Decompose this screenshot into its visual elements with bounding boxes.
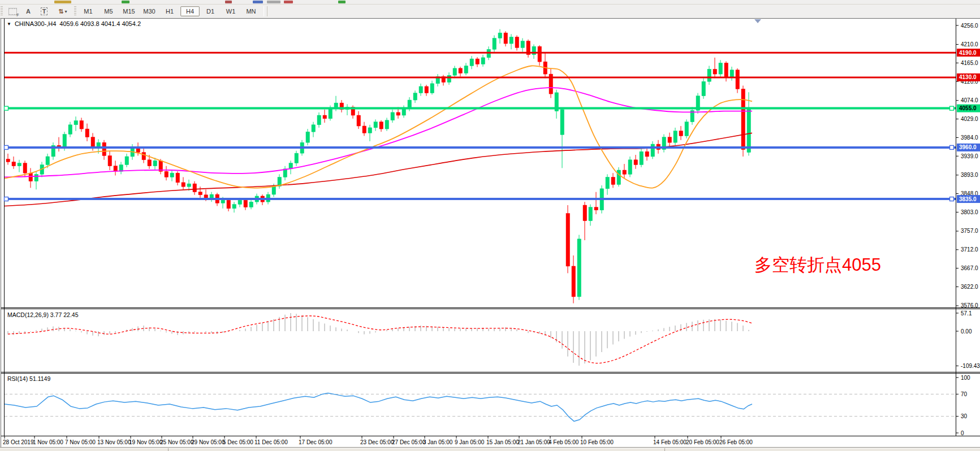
svg-text:3893.0: 3893.0	[961, 172, 978, 178]
chevron-down-icon[interactable]: ▼	[7, 21, 11, 27]
chart-window: ▼ CHINA300-,H4 4059.6 4093.8 4041.4 4054…	[0, 18, 980, 447]
timeframe-button-d1[interactable]: D1	[201, 6, 220, 16]
svg-text:21 Jan 05:00: 21 Jan 05:00	[517, 439, 550, 445]
timeframe-button-m15[interactable]: M15	[119, 6, 139, 16]
svg-text:15 Jan 05:00: 15 Jan 05:00	[486, 439, 519, 445]
chart-symbol-period: CHINA300-,H4	[15, 20, 56, 27]
svg-text:3960.0: 3960.0	[959, 144, 977, 150]
svg-text:4130.0: 4130.0	[959, 74, 977, 80]
bottom-tab-strip[interactable]	[0, 447, 980, 451]
toolbar-icon-fragment	[225, 1, 232, 3]
svg-text:70: 70	[961, 391, 968, 397]
svg-text:25 Nov 05:00: 25 Nov 05:00	[160, 439, 194, 445]
line-handle[interactable]	[5, 106, 8, 110]
line-handle[interactable]	[950, 197, 954, 201]
svg-text:27 Dec 05:00: 27 Dec 05:00	[392, 439, 426, 445]
svg-text:3835.0: 3835.0	[959, 196, 977, 202]
candlesticks	[6, 29, 751, 303]
line-handle[interactable]	[950, 106, 954, 110]
svg-text:11 Dec 05:00: 11 Dec 05:00	[254, 439, 288, 445]
svg-text:4074.0: 4074.0	[961, 97, 978, 103]
macd-panel: 57.10.00-109.43	[8, 310, 980, 369]
toolbar-grip[interactable]	[1, 6, 3, 16]
svg-text:4029.0: 4029.0	[961, 116, 978, 122]
text-label-icon: A	[26, 8, 31, 15]
svg-text:3622.0: 3622.0	[961, 284, 978, 290]
svg-text:26 Feb 05:00: 26 Feb 05:00	[719, 439, 753, 445]
line-handle[interactable]	[5, 197, 8, 201]
svg-text:3984.0: 3984.0	[961, 135, 978, 141]
svg-text:0.00: 0.00	[961, 328, 972, 335]
tab-divider	[664, 448, 665, 451]
svg-text:28 Oct 2019: 28 Oct 2019	[3, 439, 34, 445]
svg-text:4256.0: 4256.0	[961, 23, 978, 29]
crosshair-grid-icon: F	[8, 8, 17, 15]
macd-signal-line	[8, 316, 752, 363]
svg-text:3712.0: 3712.0	[961, 246, 978, 253]
rsi-panel: 10070300	[5, 375, 970, 436]
top-toolbar-partial-row	[0, 0, 980, 5]
svg-text:14 Feb 05:00: 14 Feb 05:00	[653, 439, 687, 445]
tab-divider	[168, 448, 169, 451]
svg-text:4190.0: 4190.0	[959, 50, 977, 56]
toolbar-icon-fragment	[267, 1, 280, 3]
chart-title: ▼ CHINA300-,H4 4059.6 4093.8 4041.4 4054…	[7, 20, 141, 27]
macd-indicator-label: MACD(12,26,9) 3.77 22.45	[7, 311, 79, 318]
svg-text:4055.0: 4055.0	[959, 105, 977, 111]
chart-shift-marker[interactable]	[754, 19, 761, 23]
svg-text:29 Nov 05:00: 29 Nov 05:00	[191, 439, 225, 445]
svg-text:3757.0: 3757.0	[961, 228, 978, 234]
toolbar-icon-fragment	[122, 1, 129, 3]
toolbar-separator	[264, 6, 267, 16]
toolbar-icon-fragment	[284, 1, 293, 3]
timeframe-button-h4[interactable]: H4	[180, 6, 200, 16]
text-label-tool-button[interactable]: A	[21, 5, 36, 18]
toolbar-icon-fragment	[338, 1, 346, 3]
svg-text:3 Jan 05:00: 3 Jan 05:00	[423, 439, 453, 445]
rsi-line	[5, 393, 752, 421]
chart-canvas[interactable]: 4256.04210.04165.04120.04074.04029.03984…	[0, 18, 980, 447]
crosshair-grid-tool-button[interactable]: F	[5, 5, 20, 18]
svg-text:-109.43: -109.43	[961, 363, 980, 369]
chart-ohlc-values: 4059.6 4093.8 4041.4 4054.2	[59, 20, 141, 27]
svg-text:4 Feb 05:00: 4 Feb 05:00	[549, 439, 579, 445]
svg-text:4165.0: 4165.0	[961, 60, 978, 66]
arrow-objects-icon: ⇅	[58, 8, 63, 15]
svg-text:23 Dec 05:00: 23 Dec 05:00	[360, 439, 394, 445]
arrow-objects-tool-button[interactable]: ⇅ ▾	[53, 5, 73, 18]
timeframe-button-m30[interactable]: M30	[140, 6, 159, 16]
svg-text:4210.0: 4210.0	[961, 41, 978, 47]
toolbar-icon-fragment	[253, 1, 263, 3]
svg-text:0: 0	[961, 430, 964, 436]
price-axis: 4256.04210.04165.04120.04074.04029.03984…	[956, 23, 980, 309]
mt4-terminal: { "toolbar": { "tools": [ {"name": "cros…	[0, 0, 980, 451]
svg-text:3939.0: 3939.0	[961, 153, 978, 159]
chart-toolbar: F A T ⇅ ▾ M1M5M15M30H1H4D1W1MN	[0, 5, 980, 18]
svg-text:1 Nov 05:00: 1 Nov 05:00	[33, 439, 63, 445]
text-box-icon: T	[41, 7, 48, 15]
line-handle[interactable]	[950, 145, 954, 149]
text-box-tool-button[interactable]: T	[37, 5, 51, 18]
timeframe-bar: M1M5M15M30H1H4D1W1MN	[78, 6, 261, 16]
toolbar-icon-fragment	[54, 1, 71, 3]
svg-text:5 Dec 05:00: 5 Dec 05:00	[223, 439, 253, 445]
svg-text:3667.0: 3667.0	[961, 265, 978, 271]
line-handle[interactable]	[5, 145, 8, 149]
toolbar-grip[interactable]	[74, 6, 76, 16]
svg-text:19 Nov 05:00: 19 Nov 05:00	[129, 439, 163, 445]
rsi-indicator-label: RSI(14) 51.1149	[7, 375, 50, 382]
chart-text-annotation[interactable]: 多空转折点4055	[754, 256, 881, 274]
timeframe-button-w1[interactable]: W1	[221, 6, 240, 16]
timeframe-button-m5[interactable]: M5	[99, 6, 118, 16]
svg-text:3803.0: 3803.0	[961, 209, 978, 215]
svg-text:7 Nov 05:00: 7 Nov 05:00	[65, 439, 96, 445]
timeframe-button-mn[interactable]: MN	[241, 6, 261, 16]
svg-text:100: 100	[961, 375, 970, 381]
svg-text:9 Jan 05:00: 9 Jan 05:00	[455, 439, 485, 445]
svg-text:30: 30	[961, 413, 968, 419]
svg-text:3576.0: 3576.0	[961, 302, 978, 309]
time-axis: 28 Oct 20191 Nov 05:007 Nov 05:0013 Nov …	[3, 436, 753, 445]
timeframe-button-m1[interactable]: M1	[79, 6, 98, 16]
svg-text:57.1: 57.1	[961, 310, 972, 316]
timeframe-button-h1[interactable]: H1	[160, 6, 179, 16]
